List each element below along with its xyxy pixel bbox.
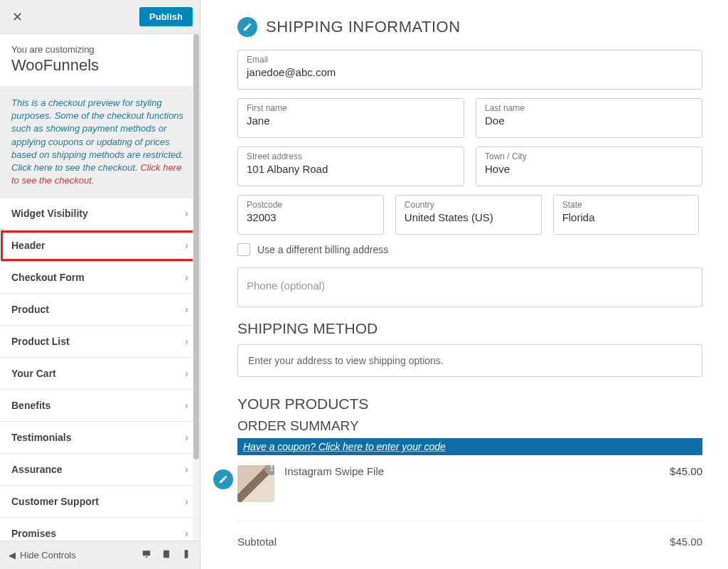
postcode-field[interactable]: Postcode 32003 <box>237 195 384 235</box>
sidebar-item-label: Benefits <box>11 400 50 411</box>
hide-controls-label: Hide Controls <box>20 550 76 560</box>
email-field[interactable]: Email janedoe@abc.com <box>237 50 702 90</box>
publish-button[interactable]: Publish <box>139 7 193 26</box>
chevron-right-icon: › <box>185 432 188 443</box>
shipping-info-title: SHIPPING INFORMATION <box>266 18 461 36</box>
edit-section-button[interactable] <box>237 17 257 37</box>
sidebar-item-product-list[interactable]: Product List› <box>0 326 200 358</box>
sidebar-item-widget-visibility[interactable]: Widget Visibility› <box>0 198 200 230</box>
sidebar-item-label: Widget Visibility <box>11 208 88 219</box>
product-name: Instagram Swipe File <box>284 465 660 477</box>
sidebar-item-benefits[interactable]: Benefits› <box>0 390 200 422</box>
notice-block: This is a checkout preview for styling p… <box>0 87 200 198</box>
collapse-icon: ◀ <box>9 550 16 560</box>
your-products-title: YOUR PRODUCTS <box>237 395 702 413</box>
context-block: You are customizing WooFunnels <box>0 34 200 87</box>
chevron-right-icon: › <box>185 496 188 507</box>
product-thumbnail: 1 <box>237 465 274 502</box>
sidebar-item-assurance[interactable]: Assurance› <box>0 454 200 486</box>
sidebar-topbar: ✕ Publish <box>0 0 200 34</box>
sidebar-item-label: Product <box>11 304 49 315</box>
product-row: 1 Instagram Swipe File $45.00 <box>237 465 702 521</box>
sidebar-item-label: Checkout Form <box>11 272 85 283</box>
sidebar-item-label: Your Cart <box>11 368 56 379</box>
edit-product-button[interactable] <box>213 469 233 489</box>
phone-field[interactable]: Phone (optional) <box>237 267 702 307</box>
country-field[interactable]: Country United States (US) <box>395 195 542 235</box>
chevron-right-icon: › <box>185 464 188 475</box>
sidebar-item-label: Customer Support <box>11 496 99 507</box>
chevron-right-icon: › <box>185 208 188 219</box>
sidebar-item-label: Testimonials <box>11 432 72 443</box>
sidebar-item-product[interactable]: Product› <box>0 294 200 326</box>
preview-pane: SHIPPING INFORMATION Email janedoe@abc.c… <box>200 0 728 569</box>
order-summary-title: ORDER SUMMARY <box>237 418 702 434</box>
sidebar-item-customer-support[interactable]: Customer Support› <box>0 486 200 518</box>
sidebar-item-your-cart[interactable]: Your Cart› <box>0 358 200 390</box>
shipping-info-head: SHIPPING INFORMATION <box>237 17 702 37</box>
street-field[interactable]: Street address 101 Albany Road <box>237 147 464 186</box>
chevron-right-icon: › <box>185 368 188 379</box>
shipping-method-title: SHIPPING METHOD <box>237 320 702 337</box>
chevron-right-icon: › <box>185 304 188 315</box>
sidebar-item-testimonials[interactable]: Testimonials› <box>0 422 200 454</box>
chevron-right-icon: › <box>185 528 188 539</box>
diff-billing-checkbox[interactable]: Use a different billing address <box>237 243 702 256</box>
chevron-right-icon: › <box>185 400 188 411</box>
sidebar-item-label: Header <box>11 240 45 251</box>
sidebar-footer: ◀ Hide Controls <box>0 541 200 569</box>
first-name-field[interactable]: First name Jane <box>237 98 464 138</box>
sidebar-item-label: Product List <box>11 336 70 347</box>
chevron-right-icon: › <box>185 240 188 251</box>
chevron-right-icon: › <box>185 272 188 283</box>
chevron-right-icon: › <box>185 336 188 347</box>
city-field[interactable]: Town / City Hove <box>476 147 702 186</box>
subtotal-row: Subtotal $45.00 <box>237 521 702 551</box>
device-switcher <box>141 549 191 561</box>
shipping-method-msg: Enter your address to view shipping opti… <box>237 344 702 377</box>
product-price: $45.00 <box>670 465 702 477</box>
mobile-icon[interactable] <box>181 549 191 561</box>
coupon-bar[interactable]: Have a coupon? Click here to enter your … <box>237 438 702 455</box>
customizer-sidebar: ✕ Publish You are customizing WooFunnels… <box>0 0 200 569</box>
tablet-icon[interactable] <box>161 549 171 561</box>
sidebar-item-promises[interactable]: Promises› <box>0 518 200 541</box>
checkbox-icon <box>237 243 250 256</box>
last-name-field[interactable]: Last name Doe <box>476 98 702 138</box>
sidebar-scrollbar[interactable] <box>193 34 200 541</box>
sidebar-menu: Widget Visibility›Header›Checkout Form›P… <box>0 198 200 541</box>
context-title: WooFunnels <box>11 56 188 75</box>
sidebar-item-header[interactable]: Header› <box>0 230 200 262</box>
sidebar-item-label: Promises <box>11 528 56 539</box>
sidebar-item-label: Assurance <box>11 464 63 475</box>
hide-controls-button[interactable]: ◀ Hide Controls <box>9 550 134 560</box>
context-caption: You are customizing <box>11 44 188 55</box>
state-field[interactable]: State Florida <box>553 195 700 235</box>
sidebar-item-checkout-form[interactable]: Checkout Form› <box>0 262 200 294</box>
close-button[interactable]: ✕ <box>7 7 27 27</box>
desktop-icon[interactable] <box>141 549 151 561</box>
